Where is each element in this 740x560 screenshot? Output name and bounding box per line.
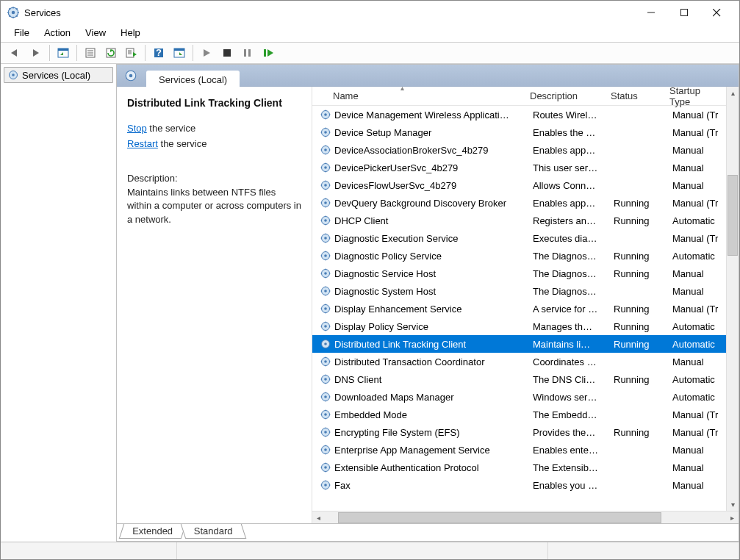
service-name: Distributed Link Tracking Client (334, 339, 525, 350)
close-button[interactable] (700, 1, 733, 24)
restart-service-button[interactable] (259, 44, 277, 62)
result-pane: Services (Local) Distributed Link Tracki… (117, 64, 739, 542)
export-list-button[interactable] (123, 44, 140, 62)
svg-marker-14 (11, 49, 17, 57)
service-row[interactable]: Encrypting File System (EFS)Provides the… (312, 423, 739, 441)
service-row[interactable]: Diagnostic Policy ServiceThe Diagnos…Run… (312, 247, 739, 265)
svg-point-130 (324, 360, 327, 363)
tab-extended[interactable]: Extended (119, 524, 186, 539)
gear-icon (320, 391, 331, 403)
service-description: Registers an… (525, 215, 606, 226)
service-row[interactable]: DevicesFlowUserSvc_4b279Allows Conn…Manu… (312, 176, 739, 194)
tab-standard[interactable]: Standard (181, 524, 246, 539)
column-header-startup-type[interactable]: Startup Type (662, 87, 730, 105)
service-startup-type: Manual (665, 356, 733, 367)
service-row[interactable]: Diagnostic System HostThe Diagnos…Manual (312, 282, 739, 300)
help-button[interactable]: ? (150, 44, 168, 62)
scroll-left-icon[interactable]: ◂ (312, 511, 325, 524)
minimize-button[interactable] (634, 1, 667, 24)
service-name: Diagnostic Execution Service (334, 233, 525, 244)
service-row[interactable]: Diagnostic Execution ServiceExecutes dia… (312, 229, 739, 247)
service-name: DevQuery Background Discovery Broker (334, 198, 525, 209)
service-description: A service for … (525, 304, 606, 315)
service-row[interactable]: Downloaded Maps ManagerWindows ser…Autom… (312, 388, 739, 406)
column-header-name[interactable]: Name▴ (312, 87, 522, 105)
services-app-icon (7, 6, 20, 19)
service-status: Running (606, 374, 665, 385)
properties-button[interactable] (82, 44, 99, 62)
statusbar (1, 542, 739, 559)
start-service-button[interactable] (198, 44, 215, 62)
back-button[interactable] (7, 44, 24, 62)
gear-icon (320, 197, 331, 209)
service-row[interactable]: Embedded ModeThe Embedd…Manual (Tr (312, 406, 739, 423)
menu-file[interactable]: File (7, 26, 37, 40)
column-header-description[interactable]: Description (522, 87, 603, 105)
scroll-up-icon[interactable]: ▴ (727, 87, 739, 99)
service-startup-type: Manual (Tr (665, 304, 733, 315)
horizontal-scrollbar[interactable]: ◂ ▸ (312, 511, 739, 523)
console-tree: Services (Local) (1, 64, 117, 542)
service-description: The Diagnos… (525, 268, 606, 279)
service-row[interactable]: Display Policy ServiceManages th…Running… (312, 317, 739, 335)
svg-point-70 (324, 184, 327, 187)
svg-point-76 (324, 201, 327, 204)
svg-marker-29 (133, 52, 137, 57)
category-tab: Services (Local) (146, 71, 240, 87)
tree-node-label: Services (Local) (22, 70, 90, 81)
service-row[interactable]: FaxEnables you …Manual (312, 476, 739, 494)
service-row[interactable]: Device Setup ManagerEnables the …Manual … (312, 123, 739, 141)
service-row[interactable]: Distributed Link Tracking ClientMaintain… (312, 335, 739, 353)
service-status: Running (606, 251, 665, 262)
service-description: Executes dia… (525, 233, 606, 244)
service-row[interactable]: DevQuery Background Discovery BrokerEnab… (312, 194, 739, 212)
service-row[interactable]: DHCP ClientRegisters an…RunningAutomatic (312, 212, 739, 229)
service-row[interactable]: Extensible Authentication ProtocolThe Ex… (312, 459, 739, 476)
refresh-button[interactable] (102, 44, 120, 62)
stop-service-link[interactable]: Stop (127, 123, 147, 134)
menu-view[interactable]: View (78, 26, 113, 40)
list-header: Name▴ Description Status Startup Type (312, 87, 739, 106)
service-startup-type: Manual (Tr (665, 427, 733, 438)
pause-service-button[interactable] (239, 44, 256, 62)
toolbar-separator (145, 45, 146, 61)
service-name: Diagnostic Service Host (334, 268, 525, 279)
service-name: Encrypting File System (EFS) (334, 427, 525, 438)
stop-service-button[interactable] (218, 44, 236, 62)
restart-service-link[interactable]: Restart (127, 138, 158, 149)
scrollbar-thumb[interactable] (728, 175, 738, 256)
column-header-status[interactable]: Status (603, 87, 662, 105)
scrollbar-thumb[interactable] (338, 512, 661, 523)
service-row[interactable]: Device Management Wireless Applicati…Rou… (312, 106, 739, 123)
show-hide-console-tree-button[interactable] (54, 44, 72, 62)
service-row[interactable]: Diagnostic Service HostThe Diagnos…Runni… (312, 265, 739, 282)
show-hide-action-pane-button[interactable] (170, 44, 188, 62)
statusbar-cell (1, 542, 177, 559)
service-row[interactable]: DevicePickerUserSvc_4b279This user ser…M… (312, 159, 739, 176)
service-row[interactable]: DNS ClientThe DNS Cli…RunningAutomatic (312, 370, 739, 388)
service-startup-type: Manual (665, 145, 733, 156)
scroll-down-icon[interactable]: ▾ (727, 498, 739, 511)
service-row[interactable]: Display Enhancement ServiceA service for… (312, 300, 739, 317)
service-description: Enables ente… (525, 445, 606, 456)
forward-button[interactable] (27, 44, 45, 62)
service-startup-type: Automatic (665, 374, 733, 385)
service-startup-type: Manual (Tr (665, 127, 733, 138)
menu-help[interactable]: Help (113, 26, 148, 40)
svg-point-94 (324, 254, 327, 257)
statusbar-cell (548, 542, 739, 559)
vertical-scrollbar[interactable]: ▴ ▾ (726, 87, 739, 511)
menu-action[interactable]: Action (37, 26, 78, 40)
svg-point-136 (324, 378, 327, 381)
service-row[interactable]: Distributed Transaction CoordinatorCoord… (312, 353, 739, 370)
scroll-right-icon[interactable]: ▸ (726, 511, 739, 524)
service-startup-type: Manual (665, 286, 733, 297)
statusbar-cell (177, 542, 548, 559)
gear-icon (320, 356, 331, 367)
service-row[interactable]: DeviceAssociationBrokerSvc_4b279Enables … (312, 141, 739, 159)
maximize-button[interactable] (667, 1, 700, 24)
svg-rect-17 (58, 49, 68, 51)
service-startup-type: Automatic (665, 392, 733, 403)
tree-node-services-local[interactable]: Services (Local) (4, 67, 113, 83)
service-row[interactable]: Enterprise App Management ServiceEnables… (312, 441, 739, 459)
